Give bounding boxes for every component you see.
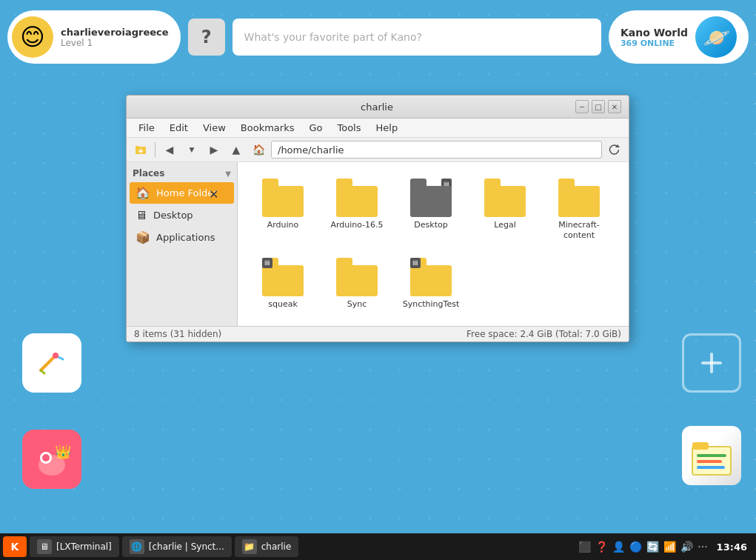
folder-icon-arduino <box>262 179 304 217</box>
menu-bookmarks[interactable]: Bookmarks <box>235 120 301 136</box>
reload-button[interactable] <box>605 140 624 159</box>
list-item[interactable]: ▤ Desktop <box>398 174 464 246</box>
search-placeholder: What's your favorite part of Kano? <box>244 31 422 43</box>
list-item[interactable]: Sync <box>324 253 390 314</box>
svg-rect-16 <box>697 460 722 463</box>
kano-world-online: 369 ONLINE <box>620 39 688 48</box>
list-item[interactable]: Arduino-16.5 <box>324 174 390 246</box>
sidebar-section-arrow: ▼ <box>225 170 231 178</box>
desktop-icon-kano-create[interactable] <box>22 333 81 393</box>
taskbar-time: 13:46 <box>711 541 753 553</box>
kano-create-icon <box>22 333 81 393</box>
question-button[interactable]: ? <box>188 19 225 56</box>
desktop-icon-add-widget[interactable] <box>682 333 741 393</box>
kano-world-card[interactable]: Kano World 369 ONLINE 🪐 <box>609 10 749 64</box>
main-content: Places ▼ 🏠 Home Folder 🖥 Desktop 📦 Appli… <box>127 162 629 326</box>
list-item[interactable]: Arduino <box>250 174 316 246</box>
syncthing-icon: 🌐 <box>130 539 144 554</box>
location-path: /home/charlie <box>278 144 344 156</box>
charlie-folder-icon: 📁 <box>242 539 257 554</box>
up-button[interactable]: ▲ <box>227 140 246 159</box>
sidebar: Places ▼ 🏠 Home Folder 🖥 Desktop 📦 Appli… <box>127 162 238 326</box>
list-item[interactable]: Legal <box>472 174 538 246</box>
tray-icon-question[interactable]: ❓ <box>595 541 608 553</box>
file-manager-icon <box>682 426 741 485</box>
svg-rect-14 <box>692 442 709 450</box>
status-items: 8 items (31 hidden) <box>134 329 221 339</box>
search-bar[interactable]: What's your favorite part of Kano? <box>233 19 601 56</box>
svg-rect-17 <box>697 466 725 469</box>
menu-view[interactable]: View <box>197 120 232 136</box>
taskbar-app-charlie[interactable]: 📁 charlie <box>235 536 299 557</box>
sidebar-item-applications-label: Applications <box>156 232 215 243</box>
taskbar-app-syncthing[interactable]: 🌐 [charlie | Synct... <box>122 536 232 557</box>
question-label: ? <box>201 27 212 47</box>
folder-icon-squeak: ▤ <box>262 258 304 296</box>
user-info: charlieveroiagreece Level 1 <box>61 27 169 48</box>
lxterminal-label: [LXTerminal] <box>56 541 112 552</box>
desktop-icon-file-manager[interactable] <box>682 426 741 485</box>
tray-icon-monitor[interactable]: ⬛ <box>578 541 591 553</box>
menu-tools[interactable]: Tools <box>331 120 367 136</box>
status-bar: 8 items (31 hidden) Free space: 2.4 GiB … <box>127 326 629 341</box>
kano-game-icon: 👑 <box>22 430 81 489</box>
status-free-space: Free space: 2.4 GiB (Total: 7.0 GiB) <box>466 329 621 339</box>
tray-icon-kano[interactable]: 🔵 <box>629 541 642 553</box>
tray-icon-people[interactable]: 👤 <box>612 541 625 553</box>
kano-world-title: Kano World <box>620 27 688 39</box>
taskbar: K 🖥 [LXTerminal] 🌐 [charlie | Synct... 📁… <box>0 533 756 560</box>
back-button[interactable]: ◀ <box>160 140 179 159</box>
window-title: charlie <box>178 101 575 113</box>
window-titlebar: charlie ─ □ ✕ <box>127 96 629 119</box>
desktop-icon-kano-game[interactable]: 👑 <box>22 430 81 489</box>
tray-icon-network[interactable]: 📶 <box>663 541 676 553</box>
sidebar-item-applications[interactable]: 📦 Applications <box>130 227 234 248</box>
close-button[interactable]: ✕ <box>608 100 621 113</box>
desktop-sidebar-icon: 🖥 <box>136 208 147 222</box>
list-item[interactable]: ▤ SyncthingTest <box>398 253 464 314</box>
file-label: squeak <box>268 299 298 310</box>
user-level: Level 1 <box>61 38 169 48</box>
back-dropdown[interactable]: ▼ <box>182 140 201 159</box>
taskbar-app-lxterminal[interactable]: 🖥 [LXTerminal] <box>30 536 119 557</box>
svg-rect-15 <box>697 454 726 457</box>
file-label: Minecraft-content <box>550 220 608 241</box>
new-folder-button[interactable] <box>131 140 150 159</box>
home-button[interactable]: 🏠 <box>249 140 268 159</box>
sidebar-section-label: Places <box>133 168 164 179</box>
taskbar-tray: ⬛ ❓ 👤 🔵 🔄 📶 🔊 ··· <box>578 541 707 553</box>
top-bar: 😊 charlieveroiagreece Level 1 ? What's y… <box>0 0 756 74</box>
menu-file[interactable]: File <box>133 120 161 136</box>
maximize-button[interactable]: □ <box>592 100 605 113</box>
toolbar-separator-1 <box>155 142 155 157</box>
minimize-button[interactable]: ─ <box>575 100 589 113</box>
folder-badge-squeak: ▤ <box>262 258 272 268</box>
location-bar[interactable]: /home/charlie <box>271 141 602 159</box>
list-item[interactable]: Minecraft-content <box>546 174 612 246</box>
forward-button[interactable]: ▶ <box>204 140 224 159</box>
avatar-face: 😊 <box>20 23 44 51</box>
username: charlieveroiagreece <box>61 27 169 38</box>
tray-icon-refresh[interactable]: 🔄 <box>646 541 659 553</box>
menu-go[interactable]: Go <box>303 120 328 136</box>
avatar: 😊 <box>12 16 53 58</box>
folder-icon-legal <box>484 179 526 217</box>
sidebar-item-desktop-label: Desktop <box>153 210 193 221</box>
sidebar-item-desktop[interactable]: 🖥 Desktop <box>130 204 234 226</box>
tray-icon-volume[interactable]: 🔊 <box>680 541 693 553</box>
file-label: Legal <box>494 220 515 230</box>
sidebar-close-x[interactable]: ✕ <box>209 187 218 201</box>
file-area: Arduino Arduino-16.5 ▤ Desktop <box>238 162 629 326</box>
window-controls: ─ □ ✕ <box>575 100 621 113</box>
planet-icon: 🪐 <box>695 16 737 58</box>
file-label: Desktop <box>414 220 447 230</box>
kano-start-button[interactable]: K <box>3 536 27 557</box>
folder-icon-minecraft <box>558 179 600 217</box>
charlie-label: charlie <box>261 541 292 552</box>
menu-edit[interactable]: Edit <box>164 120 194 136</box>
svg-point-8 <box>42 454 50 461</box>
menu-help[interactable]: Help <box>370 120 404 136</box>
svg-rect-19 <box>136 146 139 149</box>
sidebar-section-places[interactable]: Places ▼ <box>127 165 237 181</box>
list-item[interactable]: ▤ squeak <box>250 253 316 314</box>
